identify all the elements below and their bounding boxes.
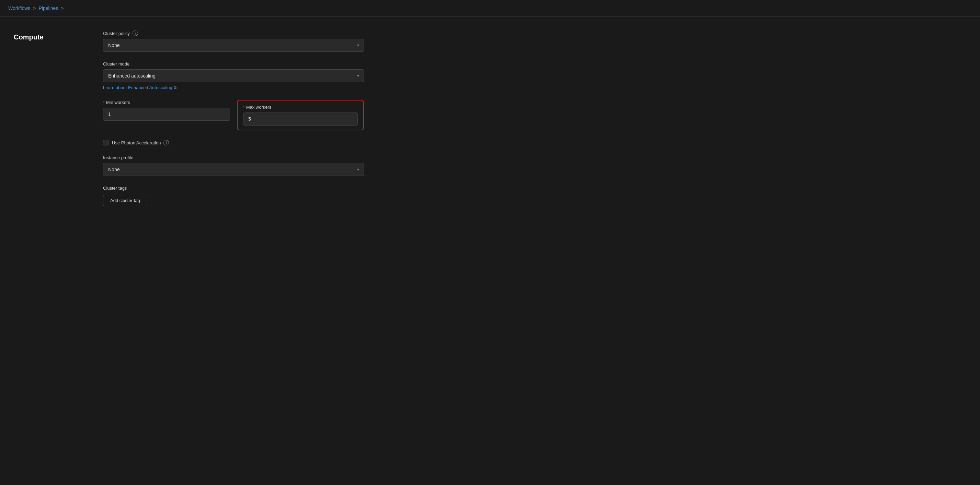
cluster-mode-select[interactable]: Enhanced autoscaling [103, 69, 364, 82]
cluster-mode-group: Cluster mode Enhanced autoscaling ▾ Lear… [103, 62, 364, 90]
max-workers-input[interactable] [243, 113, 358, 125]
min-workers-input[interactable] [103, 108, 230, 121]
workers-row: * Min workers * Max workers [103, 100, 364, 130]
learn-autoscaling-link[interactable]: Learn about Enhanced Autoscaling ⧉ [103, 85, 177, 90]
breadcrumb-separator-2: > [61, 5, 64, 11]
max-workers-highlight-box: * Max workers [237, 100, 364, 130]
max-workers-required-star: * [243, 105, 245, 110]
form-section: Cluster policy i None ▾ Cluster mode [103, 30, 364, 216]
max-workers-group: * Max workers [237, 100, 364, 130]
content-area: Compute Cluster policy i None ▾ C [0, 30, 980, 216]
cluster-policy-info-icon[interactable]: i [132, 30, 138, 36]
instance-profile-select[interactable]: None [103, 163, 364, 176]
cluster-policy-select[interactable]: None [103, 39, 364, 52]
photon-info-icon[interactable]: i [164, 140, 169, 146]
cluster-mode-label: Cluster mode [103, 62, 364, 67]
breadcrumb-separator-1: > [33, 5, 36, 11]
page-wrapper: Workflows > Pipelines > Compute Cluster … [0, 0, 980, 485]
instance-profile-label: Instance profile [103, 155, 364, 160]
cluster-policy-label: Cluster policy i [103, 30, 364, 36]
instance-profile-select-wrapper: None ▾ [103, 163, 364, 176]
cluster-tags-label: Cluster tags [103, 185, 364, 191]
breadcrumb-workflows[interactable]: Workflows [8, 5, 30, 11]
section-title: Compute [14, 30, 83, 216]
breadcrumb: Workflows > Pipelines > [0, 0, 980, 16]
cluster-mode-select-wrapper: Enhanced autoscaling ▾ [103, 69, 364, 82]
min-workers-label: * Min workers [103, 100, 230, 105]
min-workers-required-star: * [103, 100, 105, 105]
cluster-tags-group: Cluster tags Add cluster tag [103, 185, 364, 206]
cluster-policy-group: Cluster policy i None ▾ [103, 30, 364, 52]
photon-row: Use Photon Acceleration i [103, 140, 364, 146]
photon-label: Use Photon Acceleration i [112, 140, 169, 146]
min-workers-group: * Min workers [103, 100, 230, 121]
instance-profile-group: Instance profile None ▾ [103, 155, 364, 176]
external-link-icon: ⧉ [174, 86, 177, 90]
cluster-policy-select-wrapper: None ▾ [103, 39, 364, 52]
max-workers-label: * Max workers [243, 105, 358, 110]
photon-checkbox[interactable] [103, 140, 108, 146]
add-cluster-tag-button[interactable]: Add cluster tag [103, 195, 147, 206]
header-divider [0, 16, 980, 17]
breadcrumb-pipelines[interactable]: Pipelines [39, 5, 58, 11]
